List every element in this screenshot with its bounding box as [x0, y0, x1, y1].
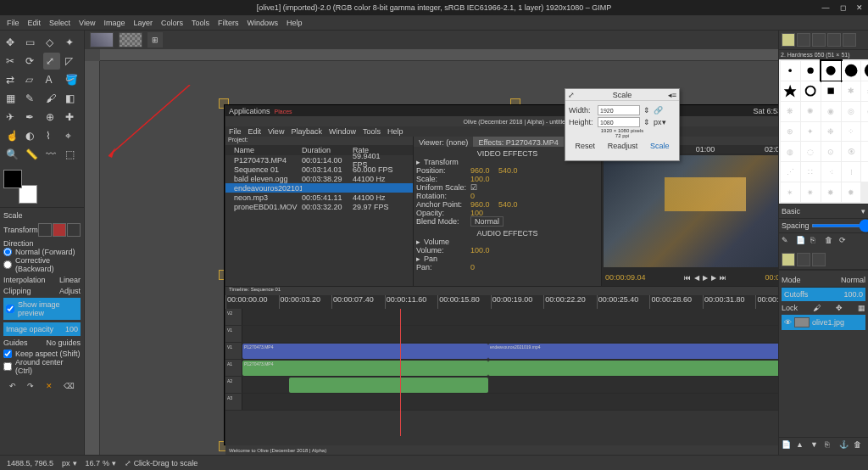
- brush-item[interactable]: ∴: [861, 122, 868, 142]
- history-tab[interactable]: [827, 33, 841, 47]
- video-clip[interactable]: endeavouros2021019.mp4: [488, 344, 778, 359]
- channels-tab[interactable]: [797, 253, 810, 266]
- dup-layer-icon[interactable]: ⎘: [825, 440, 837, 452]
- new-brush-icon[interactable]: 📄: [796, 236, 808, 248]
- menu-image[interactable]: Image: [103, 19, 125, 27]
- shear-tool[interactable]: ◸: [63, 53, 80, 70]
- gradient-tool[interactable]: ▦: [3, 90, 20, 107]
- scale-button[interactable]: Scale: [650, 142, 670, 150]
- path-tool[interactable]: ⌇: [43, 127, 60, 144]
- image-tab-2[interactable]: [119, 32, 142, 48]
- corrective-radio[interactable]: [3, 260, 12, 269]
- refresh-icon[interactable]: ⟳: [839, 236, 851, 248]
- menu-help[interactable]: Help: [287, 19, 303, 27]
- menu-edit[interactable]: Edit: [28, 19, 42, 27]
- undo-icon[interactable]: ↶: [9, 382, 16, 390]
- brush-item[interactable]: ⁝: [842, 162, 861, 182]
- brush-item[interactable]: [842, 61, 861, 81]
- image-tab-3[interactable]: ⊞: [147, 32, 163, 48]
- menu-file[interactable]: File: [7, 19, 19, 27]
- timeline-ruler[interactable]: 00:00:00.0000:00:03.2000:00:07.4000:00:1…: [225, 295, 778, 309]
- brush-item[interactable]: [781, 61, 800, 81]
- airbrush-tool[interactable]: ✈: [3, 109, 20, 126]
- heal-tool[interactable]: ✚: [63, 109, 80, 126]
- crop-tool[interactable]: ✂: [3, 53, 20, 70]
- eye-icon[interactable]: 👁: [784, 318, 792, 327]
- timeline-tracks[interactable]: V2 V1 V1P1270473.MP4endeavouros2021019.m…: [225, 309, 778, 436]
- flip-tool[interactable]: ⇄: [3, 71, 20, 88]
- rect-select-tool[interactable]: ▭: [23, 34, 40, 51]
- brush-item[interactable]: [861, 61, 868, 81]
- dialog-menu-icon[interactable]: ◂≡: [668, 91, 676, 99]
- menu-colors[interactable]: Colors: [161, 19, 183, 27]
- measure-tool[interactable]: 📏: [23, 146, 40, 163]
- lock-pixels-icon[interactable]: 🖌: [813, 304, 821, 312]
- project-row[interactable]: bald eleven.ogg00:03:38.2944100 Hz: [225, 174, 413, 183]
- brush-item[interactable]: ❉: [821, 122, 841, 142]
- smudge-tool[interactable]: ☝: [3, 127, 20, 144]
- lock-pos-icon[interactable]: ✥: [836, 304, 843, 312]
- transform-sel-icon[interactable]: [53, 223, 66, 237]
- brush-tool[interactable]: 🖌: [43, 90, 60, 107]
- menu-filters[interactable]: Filters: [218, 19, 239, 27]
- pencil-tool[interactable]: ✎: [23, 90, 40, 107]
- reset-icon[interactable]: ⌫: [64, 382, 75, 390]
- brush-item[interactable]: [781, 81, 800, 101]
- brush-item[interactable]: ✷: [801, 182, 821, 202]
- brush-item[interactable]: ⊛: [781, 122, 800, 142]
- text-tool[interactable]: A: [43, 71, 60, 88]
- show-preview-check[interactable]: [6, 305, 14, 313]
- horizontal-ruler[interactable]: [100, 49, 778, 61]
- goto-start-icon[interactable]: ⏮: [684, 274, 691, 282]
- brush-item[interactable]: ❋: [781, 102, 800, 121]
- paths-tab2[interactable]: [812, 253, 826, 266]
- brush-item[interactable]: ⁂: [861, 81, 868, 101]
- new-layer-icon[interactable]: 📄: [782, 440, 793, 452]
- fonts-tab[interactable]: [812, 33, 826, 47]
- brush-item[interactable]: ✦: [801, 122, 821, 142]
- brush-item[interactable]: ⋰: [781, 162, 800, 182]
- color-picker-tool[interactable]: ⌖: [63, 127, 80, 144]
- menu-select[interactable]: Select: [49, 19, 70, 27]
- paths-tab[interactable]: [843, 33, 856, 47]
- layer-up-icon[interactable]: ▲: [796, 440, 808, 452]
- project-row[interactable]: P1270473.MP400:01:14.0059.9401 FPS: [225, 155, 413, 165]
- clone-tool[interactable]: ⊕: [43, 109, 60, 126]
- fg-color[interactable]: [3, 170, 22, 188]
- goto-end-icon[interactable]: ⏭: [720, 274, 726, 282]
- delete-icon[interactable]: ✕: [46, 382, 53, 390]
- brush-item[interactable]: ⁙: [861, 162, 868, 182]
- transform-layer-icon[interactable]: [38, 223, 52, 237]
- brush-item[interactable]: ⦿: [842, 142, 861, 161]
- spacing-slider[interactable]: [811, 224, 868, 227]
- unit-select[interactable]: px ▾: [62, 459, 77, 467]
- brush-item[interactable]: ✱: [842, 81, 861, 101]
- scale-width-input[interactable]: [598, 105, 640, 115]
- menu-windows[interactable]: Windows: [247, 19, 278, 27]
- viewer-image[interactable]: [604, 155, 778, 267]
- ink-tool[interactable]: ✒: [23, 109, 40, 126]
- fuzzy-select-tool[interactable]: ✦: [63, 34, 80, 51]
- minimize-button[interactable]: —: [821, 3, 831, 13]
- cage-tool[interactable]: ⬚: [63, 146, 80, 163]
- brush-item[interactable]: ⊙: [821, 142, 841, 161]
- eraser-tool[interactable]: ◧: [63, 90, 80, 107]
- around-center-check[interactable]: [3, 362, 12, 371]
- zoom-tool[interactable]: 🔍: [3, 146, 20, 163]
- brushes-tab[interactable]: [782, 33, 795, 47]
- brush-item[interactable]: ◎: [842, 102, 861, 121]
- transform-path-icon[interactable]: [67, 223, 81, 237]
- brush-item[interactable]: ⁘: [842, 122, 861, 142]
- brush-item[interactable]: ◌: [801, 142, 821, 161]
- audio-clip[interactable]: [488, 361, 778, 376]
- brush-item[interactable]: ✹: [842, 182, 861, 202]
- keep-aspect-check[interactable]: [3, 350, 12, 358]
- layer-down-icon[interactable]: ▼: [810, 440, 822, 452]
- next-frame-icon[interactable]: ▶: [711, 274, 716, 282]
- reset-button[interactable]: Reset: [575, 142, 595, 150]
- prev-frame-icon[interactable]: ◀: [694, 274, 699, 282]
- brush-item[interactable]: [821, 61, 841, 81]
- brush-item[interactable]: ⁖: [821, 162, 841, 182]
- brush-item[interactable]: ⬤: [861, 102, 868, 121]
- project-row[interactable]: neon.mp300:05:41.1144100 Hz: [225, 193, 413, 202]
